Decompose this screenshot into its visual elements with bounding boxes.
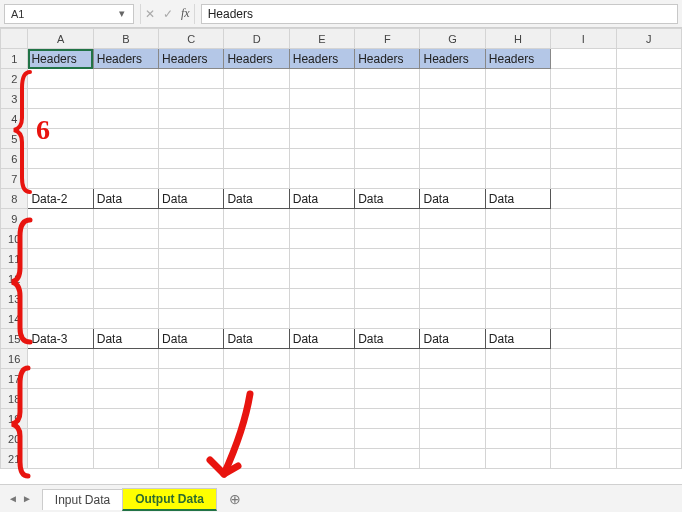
row-header-14[interactable]: 14 bbox=[1, 309, 28, 329]
cell-A19[interactable] bbox=[28, 409, 93, 429]
cell-I18[interactable] bbox=[551, 389, 616, 409]
cell-J18[interactable] bbox=[616, 389, 682, 409]
cell-C19[interactable] bbox=[159, 409, 224, 429]
cell-D11[interactable] bbox=[224, 249, 289, 269]
cell-G17[interactable] bbox=[420, 369, 485, 389]
row-header-1[interactable]: 1 bbox=[1, 49, 28, 69]
cell-H16[interactable] bbox=[485, 349, 550, 369]
cell-I9[interactable] bbox=[551, 209, 616, 229]
cell-A12[interactable] bbox=[28, 269, 93, 289]
cell-B10[interactable] bbox=[93, 229, 158, 249]
cell-H21[interactable] bbox=[485, 449, 550, 469]
cell-E8[interactable]: Data bbox=[289, 189, 354, 209]
cell-J4[interactable] bbox=[616, 109, 682, 129]
tab-input-data[interactable]: Input Data bbox=[42, 489, 123, 510]
cell-F18[interactable] bbox=[355, 389, 420, 409]
cell-D7[interactable] bbox=[224, 169, 289, 189]
cancel-icon[interactable]: ✕ bbox=[145, 7, 155, 21]
cell-A5[interactable] bbox=[28, 129, 93, 149]
cell-J10[interactable] bbox=[616, 229, 682, 249]
cell-J6[interactable] bbox=[616, 149, 682, 169]
cell-H15[interactable]: Data bbox=[485, 329, 550, 349]
cell-E4[interactable] bbox=[289, 109, 354, 129]
cell-G20[interactable] bbox=[420, 429, 485, 449]
cell-F10[interactable] bbox=[355, 229, 420, 249]
chevron-down-icon[interactable]: ▾ bbox=[117, 7, 127, 20]
cell-A8[interactable]: Data-2 bbox=[28, 189, 93, 209]
cell-E15[interactable]: Data bbox=[289, 329, 354, 349]
cell-F17[interactable] bbox=[355, 369, 420, 389]
cell-D5[interactable] bbox=[224, 129, 289, 149]
cell-A15[interactable]: Data-3 bbox=[28, 329, 93, 349]
cell-E11[interactable] bbox=[289, 249, 354, 269]
cell-I16[interactable] bbox=[551, 349, 616, 369]
cell-F21[interactable] bbox=[355, 449, 420, 469]
cell-C3[interactable] bbox=[159, 89, 224, 109]
cell-D16[interactable] bbox=[224, 349, 289, 369]
cell-I13[interactable] bbox=[551, 289, 616, 309]
cell-C2[interactable] bbox=[159, 69, 224, 89]
cell-I14[interactable] bbox=[551, 309, 616, 329]
cell-G1[interactable]: Headers bbox=[420, 49, 485, 69]
col-header-H[interactable]: H bbox=[485, 29, 550, 49]
cell-C18[interactable] bbox=[159, 389, 224, 409]
cell-A11[interactable] bbox=[28, 249, 93, 269]
row-header-9[interactable]: 9 bbox=[1, 209, 28, 229]
enter-icon[interactable]: ✓ bbox=[163, 7, 173, 21]
cell-C21[interactable] bbox=[159, 449, 224, 469]
cell-B18[interactable] bbox=[93, 389, 158, 409]
cell-D15[interactable]: Data bbox=[224, 329, 289, 349]
cell-F15[interactable]: Data bbox=[355, 329, 420, 349]
cell-H8[interactable]: Data bbox=[485, 189, 550, 209]
cell-H1[interactable]: Headers bbox=[485, 49, 550, 69]
cell-B1[interactable]: Headers bbox=[93, 49, 158, 69]
cell-I21[interactable] bbox=[551, 449, 616, 469]
cell-C4[interactable] bbox=[159, 109, 224, 129]
col-header-E[interactable]: E bbox=[289, 29, 354, 49]
cell-B8[interactable]: Data bbox=[93, 189, 158, 209]
cell-H19[interactable] bbox=[485, 409, 550, 429]
cell-H4[interactable] bbox=[485, 109, 550, 129]
cell-D4[interactable] bbox=[224, 109, 289, 129]
row-header-2[interactable]: 2 bbox=[1, 69, 28, 89]
cell-H10[interactable] bbox=[485, 229, 550, 249]
cell-J7[interactable] bbox=[616, 169, 682, 189]
cell-B17[interactable] bbox=[93, 369, 158, 389]
cell-E6[interactable] bbox=[289, 149, 354, 169]
cell-E18[interactable] bbox=[289, 389, 354, 409]
cell-C7[interactable] bbox=[159, 169, 224, 189]
cell-H3[interactable] bbox=[485, 89, 550, 109]
cell-J11[interactable] bbox=[616, 249, 682, 269]
cell-I15[interactable] bbox=[551, 329, 616, 349]
cell-A16[interactable] bbox=[28, 349, 93, 369]
row-header-5[interactable]: 5 bbox=[1, 129, 28, 149]
cell-B21[interactable] bbox=[93, 449, 158, 469]
cell-D6[interactable] bbox=[224, 149, 289, 169]
cell-D8[interactable]: Data bbox=[224, 189, 289, 209]
cell-E17[interactable] bbox=[289, 369, 354, 389]
row-header-18[interactable]: 18 bbox=[1, 389, 28, 409]
cell-E3[interactable] bbox=[289, 89, 354, 109]
cell-H14[interactable] bbox=[485, 309, 550, 329]
cell-E9[interactable] bbox=[289, 209, 354, 229]
cell-I4[interactable] bbox=[551, 109, 616, 129]
cell-H2[interactable] bbox=[485, 69, 550, 89]
cell-G4[interactable] bbox=[420, 109, 485, 129]
cell-E13[interactable] bbox=[289, 289, 354, 309]
cell-G13[interactable] bbox=[420, 289, 485, 309]
cell-I6[interactable] bbox=[551, 149, 616, 169]
cell-H5[interactable] bbox=[485, 129, 550, 149]
cell-E7[interactable] bbox=[289, 169, 354, 189]
cell-J9[interactable] bbox=[616, 209, 682, 229]
cell-B3[interactable] bbox=[93, 89, 158, 109]
cell-F20[interactable] bbox=[355, 429, 420, 449]
row-header-15[interactable]: 15 bbox=[1, 329, 28, 349]
cell-I17[interactable] bbox=[551, 369, 616, 389]
cell-E20[interactable] bbox=[289, 429, 354, 449]
row-header-20[interactable]: 20 bbox=[1, 429, 28, 449]
name-box[interactable]: A1 ▾ bbox=[4, 4, 134, 24]
cell-C17[interactable] bbox=[159, 369, 224, 389]
cell-D19[interactable] bbox=[224, 409, 289, 429]
cell-F13[interactable] bbox=[355, 289, 420, 309]
cell-E19[interactable] bbox=[289, 409, 354, 429]
